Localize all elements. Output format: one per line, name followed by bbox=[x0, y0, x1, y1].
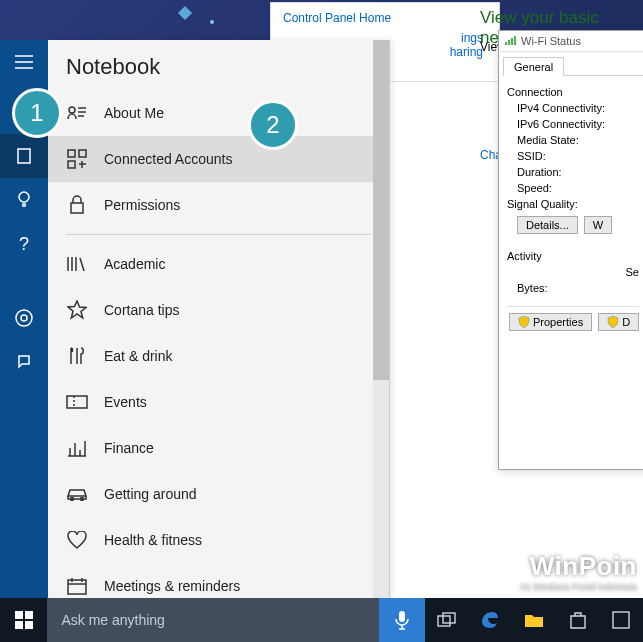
svg-point-4 bbox=[69, 107, 75, 113]
cortana-search-box[interactable]: Ask me anything bbox=[47, 598, 379, 642]
activity-heading: Activity bbox=[507, 248, 639, 264]
wireless-properties-button[interactable]: W bbox=[584, 216, 612, 234]
svg-rect-22 bbox=[438, 616, 450, 626]
svg-rect-24 bbox=[613, 612, 629, 628]
signal-quality-label: Signal Quality: bbox=[507, 196, 639, 212]
ssid-label: SSID: bbox=[507, 148, 639, 164]
hamburger-button[interactable] bbox=[0, 40, 48, 84]
nb-item-events[interactable]: Events bbox=[48, 379, 389, 425]
calendar-icon bbox=[66, 575, 88, 597]
nb-item-label: Finance bbox=[104, 440, 154, 456]
svg-rect-9 bbox=[67, 396, 87, 408]
rail-notebook-icon[interactable] bbox=[0, 134, 48, 178]
nb-item-label: Permissions bbox=[104, 197, 180, 213]
svg-rect-7 bbox=[68, 161, 75, 168]
nb-item-getting-around[interactable]: Getting around bbox=[48, 471, 389, 517]
car-icon bbox=[66, 483, 88, 505]
shield-icon bbox=[518, 316, 530, 328]
svg-point-1 bbox=[19, 192, 29, 202]
svg-rect-17 bbox=[15, 611, 23, 619]
nb-item-label: About Me bbox=[104, 105, 164, 121]
wifi-status-window: Wi-Fi Status General Connection IPv4 Con… bbox=[498, 30, 643, 470]
nb-item-academic[interactable]: Academic bbox=[48, 241, 389, 287]
nb-item-label: Academic bbox=[104, 256, 165, 272]
nb-item-label: Events bbox=[104, 394, 147, 410]
watermark-tagline: #1 Windows Portal Indonesia bbox=[520, 582, 637, 592]
details-button[interactable]: Details... bbox=[517, 216, 578, 234]
cortana-mic-button[interactable] bbox=[379, 598, 425, 642]
svg-rect-0 bbox=[18, 149, 30, 163]
svg-rect-20 bbox=[25, 621, 33, 629]
books-icon bbox=[66, 253, 88, 275]
annotation-badge-2: 2 bbox=[248, 100, 298, 150]
svg-rect-23 bbox=[443, 613, 455, 623]
person-card-icon bbox=[66, 102, 88, 124]
nb-item-label: Eat & drink bbox=[104, 348, 172, 364]
nb-item-label: Meetings & reminders bbox=[104, 578, 240, 594]
nb-item-label: Health & fitness bbox=[104, 532, 202, 548]
nb-item-cortana-tips[interactable]: Cortana tips bbox=[48, 287, 389, 333]
svg-rect-6 bbox=[79, 150, 86, 157]
nb-item-eat-drink[interactable]: Eat & drink bbox=[48, 333, 389, 379]
svg-point-2 bbox=[21, 315, 27, 321]
wifi-window-title: Wi-Fi Status bbox=[499, 31, 643, 52]
nb-item-finance[interactable]: Finance bbox=[48, 425, 389, 471]
sent-label: Se bbox=[507, 264, 639, 280]
svg-rect-14 bbox=[508, 40, 510, 45]
connection-heading: Connection bbox=[507, 84, 639, 100]
rail-help-icon[interactable]: ? bbox=[0, 222, 48, 266]
rail-settings-icon[interactable] bbox=[0, 296, 48, 340]
nb-item-about-me[interactable]: About Me bbox=[48, 90, 389, 136]
svg-rect-8 bbox=[71, 203, 83, 213]
cutlery-icon bbox=[66, 345, 88, 367]
shield-icon bbox=[607, 316, 619, 328]
watermark: WinPoin #1 Windows Portal Indonesia bbox=[520, 551, 637, 592]
ticket-icon bbox=[66, 391, 88, 413]
nb-item-connected-accounts[interactable]: Connected Accounts bbox=[48, 136, 389, 182]
taskbar-edge-icon[interactable] bbox=[469, 598, 513, 642]
microphone-icon bbox=[395, 610, 409, 630]
svg-rect-15 bbox=[511, 38, 513, 45]
svg-rect-13 bbox=[505, 42, 507, 45]
duration-label: Duration: bbox=[507, 164, 639, 180]
ipv4-label: IPv4 Connectivity: bbox=[507, 100, 639, 116]
control-panel-home-link[interactable]: Control Panel Home bbox=[283, 11, 487, 25]
watermark-brand: WinPoin bbox=[520, 551, 637, 582]
nb-item-permissions[interactable]: Permissions bbox=[48, 182, 389, 228]
annotation-badge-1: 1 bbox=[12, 88, 62, 138]
windows-logo-icon bbox=[15, 611, 33, 629]
chart-icon bbox=[66, 437, 88, 459]
scrollbar-thumb[interactable] bbox=[373, 40, 389, 380]
taskbar-taskview-icon[interactable] bbox=[425, 598, 469, 642]
panel-title: Notebook bbox=[48, 40, 389, 90]
svg-point-3 bbox=[16, 310, 32, 326]
taskbar-explorer-icon[interactable] bbox=[512, 598, 556, 642]
scrollbar-track[interactable] bbox=[373, 40, 389, 598]
speed-label: Speed: bbox=[507, 180, 639, 196]
heart-icon bbox=[66, 529, 88, 551]
disable-button[interactable]: D bbox=[598, 313, 639, 331]
properties-button[interactable]: Properties bbox=[509, 313, 592, 331]
tab-general[interactable]: General bbox=[503, 57, 564, 76]
wifi-signal-icon bbox=[505, 35, 517, 47]
nb-item-label: Getting around bbox=[104, 486, 197, 502]
nb-item-health-fitness[interactable]: Health & fitness bbox=[48, 517, 389, 563]
media-state-label: Media State: bbox=[507, 132, 639, 148]
taskbar-app-icon[interactable] bbox=[599, 598, 643, 642]
wifi-tabs: General bbox=[503, 56, 643, 76]
svg-rect-21 bbox=[399, 611, 405, 622]
taskbar: Ask me anything bbox=[0, 598, 643, 642]
svg-rect-5 bbox=[68, 150, 75, 157]
star-icon bbox=[66, 299, 88, 321]
svg-rect-18 bbox=[25, 611, 33, 619]
bytes-label: Bytes: bbox=[507, 280, 639, 296]
rail-bulb-icon[interactable] bbox=[0, 178, 48, 222]
rail-feedback-icon[interactable] bbox=[0, 340, 48, 384]
search-placeholder: Ask me anything bbox=[61, 612, 165, 628]
svg-rect-12 bbox=[68, 580, 86, 594]
start-button[interactable] bbox=[0, 598, 47, 642]
cortana-notebook-panel: Notebook About Me Connected Accounts Per… bbox=[48, 40, 390, 598]
taskbar-store-icon[interactable] bbox=[556, 598, 600, 642]
ipv6-label: IPv6 Connectivity: bbox=[507, 116, 639, 132]
svg-rect-19 bbox=[15, 621, 23, 629]
